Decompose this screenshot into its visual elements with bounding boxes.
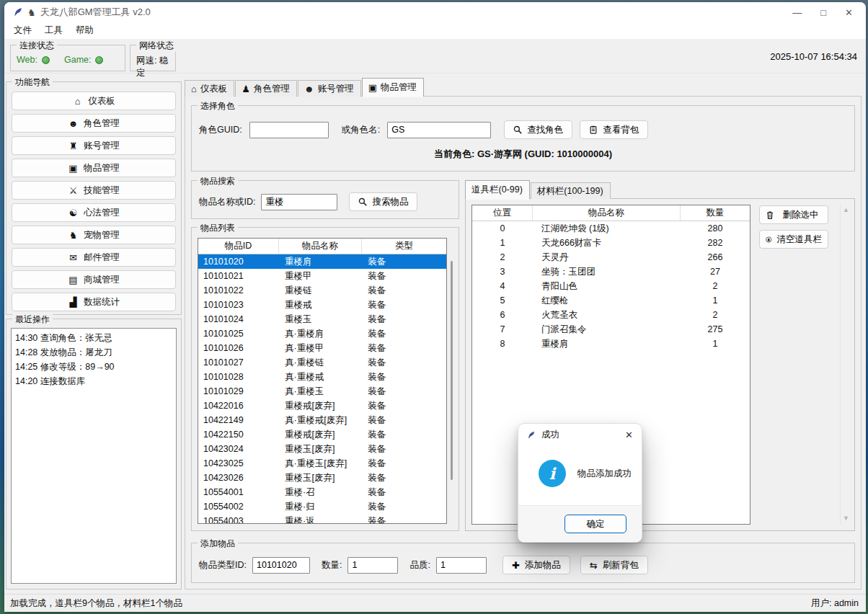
item-row[interactable]: 10101022 重楼链 装备	[198, 283, 446, 298]
scroll-up-icon[interactable]: ▲	[843, 206, 849, 213]
item-row[interactable]: 10422149 真·重楼戒[废弃] 装备	[198, 413, 446, 427]
item-row[interactable]: 10101023 重楼戒 装备	[198, 298, 446, 312]
item-row[interactable]: 10423025 真·重楼玉[废弃] 装备	[198, 456, 446, 471]
item-row[interactable]: 10554002 重楼·归 装备	[198, 499, 446, 514]
guid-input[interactable]	[249, 122, 329, 138]
search-item-button[interactable]: 搜索物品	[349, 192, 417, 211]
menu-item[interactable]: 工具	[38, 22, 69, 39]
item-row[interactable]: 10422150 重楼戒[废弃] 装备	[198, 427, 446, 442]
bag-row[interactable]: 3 坐骑：玉团团 27	[472, 264, 750, 279]
plus-icon: ✚	[512, 560, 520, 571]
network-status-group: 网络状态 网速: 稳定	[130, 45, 176, 71]
trash-icon	[766, 210, 774, 220]
item-row[interactable]: 10101020 重楼肩 装备	[198, 254, 446, 269]
ok-button[interactable]: 确定	[564, 515, 626, 533]
view-bag-button[interactable]: 查看背包	[580, 120, 648, 139]
refresh-bag-button[interactable]: ⇆ 刷新背包	[580, 556, 648, 574]
main-tab-label: 角色管理	[254, 83, 290, 95]
select-role-group: 选择角色 角色GUID: 或角色名: 查找角色	[191, 105, 855, 172]
item-row[interactable]: 10554003 重楼·返 装备	[198, 514, 446, 524]
bag-row[interactable]: 1 天龙666财富卡 282	[472, 236, 750, 250]
item-row[interactable]: 10101024 重楼玉 装备	[198, 312, 446, 326]
nav-button[interactable]: ♞ 宠物管理	[12, 226, 176, 244]
nav-button[interactable]: ⚔ 技能管理	[12, 181, 176, 200]
clear-bag-button[interactable]: 清空道具栏	[759, 230, 828, 249]
item-search-input[interactable]	[261, 194, 337, 210]
item-row[interactable]: 10101025 真·重楼肩 装备	[198, 326, 446, 341]
bag-row[interactable]: 5 红缨枪 1	[472, 293, 750, 308]
nav-group-title: 功能导航	[12, 76, 53, 89]
delete-selected-button[interactable]: 删除选中	[759, 205, 828, 224]
scroll-down-icon[interactable]: ▼	[843, 515, 849, 522]
item-row[interactable]: 10423024 重楼玉[废弃] 装备	[198, 442, 446, 456]
nav-button-label: 宠物管理	[84, 229, 120, 241]
item-row[interactable]: 10101021 重楼甲 装备	[198, 269, 446, 283]
main-tab-icon: ▣	[368, 82, 377, 93]
nav-button-icon: ♞	[68, 230, 79, 241]
current-role-text: 当前角色: GS·游享网 (GUID: 1010000004)	[192, 148, 854, 161]
nav-button[interactable]: ▤ 商城管理	[12, 270, 176, 289]
recent-operation-item: 14:30 查询角色：张无忌	[15, 331, 172, 345]
item-list-group: 物品列表 物品ID 物品名称 类型 10101020	[191, 227, 459, 531]
bag-row[interactable]: 4 青阳山色 2	[472, 279, 750, 293]
find-role-button[interactable]: 查找角色	[504, 120, 572, 139]
role-name-label: 或角色名:	[342, 124, 380, 136]
item-row[interactable]: 10422016 重楼戒[废弃] 装备	[198, 399, 446, 413]
current-user-text: 用户: admin	[811, 597, 859, 610]
dialog-message: 物品添加成功	[577, 468, 632, 480]
item-row[interactable]: 10101028 真·重楼戒 装备	[198, 370, 446, 384]
minimize-button[interactable]: —	[792, 8, 802, 17]
col-bag-pos: 位置	[472, 205, 533, 221]
bag-tabstrip: 道具栏(0-99) 材料栏(100-199)	[465, 180, 855, 199]
main-tab-icon: ☻	[304, 84, 314, 94]
bag-tab[interactable]: 道具栏(0-99)	[465, 180, 530, 199]
connection-status-group: 连接状态 Web: Game:	[10, 45, 125, 71]
nav-button-icon: ⌂	[72, 96, 83, 107]
dialog-close-button[interactable]: ✕	[625, 430, 633, 440]
col-item-name: 物品名称	[279, 239, 362, 254]
bag-row[interactable]: 7 门派召集令 275	[472, 322, 750, 337]
nav-button[interactable]: ☯ 心法管理	[12, 203, 176, 222]
bag-row[interactable]: 0 江湖乾坤袋 (1级) 280	[472, 221, 750, 236]
recent-operations-list[interactable]: 14:30 查询角色：张无忌14:28 发放物品：屠龙刀14:25 修改等级：8…	[11, 328, 177, 584]
bag-row[interactable]: 8 重楼肩 1	[472, 337, 750, 351]
main-tab[interactable]: ☻ 账号管理	[298, 80, 361, 97]
main-tab-icon: ♟	[242, 84, 250, 94]
item-row[interactable]: 10101026 真·重楼甲 装备	[198, 341, 446, 355]
close-button[interactable]: ✕	[845, 8, 853, 17]
info-icon: i	[539, 460, 566, 487]
bag-scrollbar[interactable]: ▲ ▼	[840, 205, 851, 525]
nav-button[interactable]: ✉ 邮件管理	[12, 248, 176, 267]
menu-item[interactable]: 文件	[7, 22, 38, 39]
menu-item[interactable]: 帮助	[69, 22, 100, 39]
quantity-input[interactable]	[347, 557, 398, 574]
recent-operation-item: 14:20 连接数据库	[15, 374, 172, 388]
item-type-id-input[interactable]	[252, 557, 310, 574]
nav-button[interactable]: ☻ 角色管理	[12, 114, 176, 133]
web-status-dot-icon	[42, 56, 50, 64]
item-row[interactable]: 10101027 真·重楼链 装备	[198, 355, 446, 370]
nav-button[interactable]: ▟ 数据统计	[12, 293, 176, 311]
item-list-header: 物品ID 物品名称 类型	[198, 239, 446, 254]
nav-button-icon: ☻	[68, 118, 79, 129]
main-tab[interactable]: ▣ 物品管理	[362, 78, 424, 97]
nav-button[interactable]: ⌂ 仪表板	[12, 92, 176, 110]
bag-row[interactable]: 6 火荒圣衣 2	[472, 308, 750, 322]
nav-button[interactable]: ▣ 物品管理	[12, 159, 176, 177]
nav-button[interactable]: ♜ 账号管理	[12, 136, 176, 155]
item-search-label: 物品名称或ID:	[199, 196, 255, 208]
maximize-button[interactable]: □	[820, 8, 826, 17]
item-row[interactable]: 10101029 真·重楼玉 装备	[198, 384, 446, 399]
item-list-scrollbar[interactable]	[451, 261, 453, 480]
item-row[interactable]: 10423026 重楼玉[废弃] 装备	[198, 471, 446, 485]
col-bag-qty: 数量	[681, 205, 750, 221]
bag-row[interactable]: 2 天灵丹 266	[472, 250, 750, 264]
main-tab[interactable]: ⌂ 仪表板	[185, 80, 234, 97]
main-tab[interactable]: ♟ 角色管理	[235, 80, 297, 97]
item-row[interactable]: 10554001 重楼·召 装备	[198, 485, 446, 499]
bag-tab[interactable]: 材料栏(100-199)	[531, 182, 611, 199]
quality-input[interactable]	[436, 557, 487, 574]
add-item-button[interactable]: ✚ 添加物品	[502, 556, 570, 574]
role-name-input[interactable]	[387, 122, 491, 138]
bag-tab-label: 材料栏(100-199)	[537, 185, 603, 197]
